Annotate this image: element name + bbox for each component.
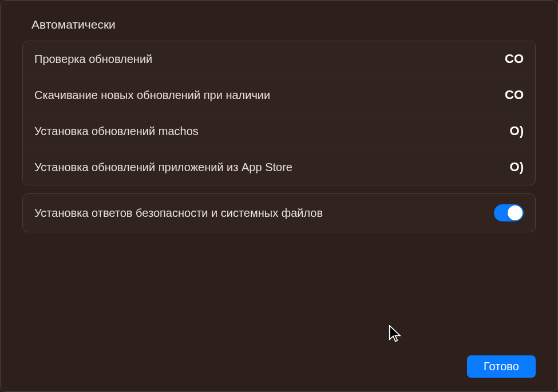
setting-value: CO xyxy=(495,88,524,102)
setting-value: O) xyxy=(495,124,524,138)
setting-value: O) xyxy=(495,160,524,175)
setting-label: Проверка обновлений xyxy=(34,53,152,66)
toggle-knob xyxy=(508,205,523,220)
setting-value: CO xyxy=(495,52,524,66)
settings-group-updates: Проверка обновлений CO Скачивание новых … xyxy=(22,41,536,185)
setting-label: Установка обновлений machos xyxy=(34,125,199,138)
setting-download-updates[interactable]: Скачивание новых обновлений при наличии … xyxy=(23,77,535,113)
done-button[interactable]: Готово xyxy=(467,355,536,378)
setting-install-appstore[interactable]: Установка обновлений приложений из App S… xyxy=(23,149,535,185)
setting-label: Установка ответов безопасности и системн… xyxy=(34,207,323,220)
settings-group-security: Установка ответов безопасности и системн… xyxy=(22,193,536,232)
button-row: Готово xyxy=(22,351,536,378)
section-title: Автоматически xyxy=(22,18,536,31)
setting-label: Скачивание новых обновлений при наличии xyxy=(34,89,270,102)
setting-check-updates[interactable]: Проверка обновлений CO xyxy=(23,41,535,77)
setting-install-macos[interactable]: Установка обновлений machos O) xyxy=(23,113,535,149)
setting-security-responses[interactable]: Установка ответов безопасности и системн… xyxy=(23,194,535,232)
toggle-security-responses[interactable] xyxy=(494,204,524,221)
settings-window: Автоматически Проверка обновлений CO Ска… xyxy=(0,0,558,392)
setting-label: Установка обновлений приложений из App S… xyxy=(34,161,292,174)
spacer xyxy=(22,240,536,351)
